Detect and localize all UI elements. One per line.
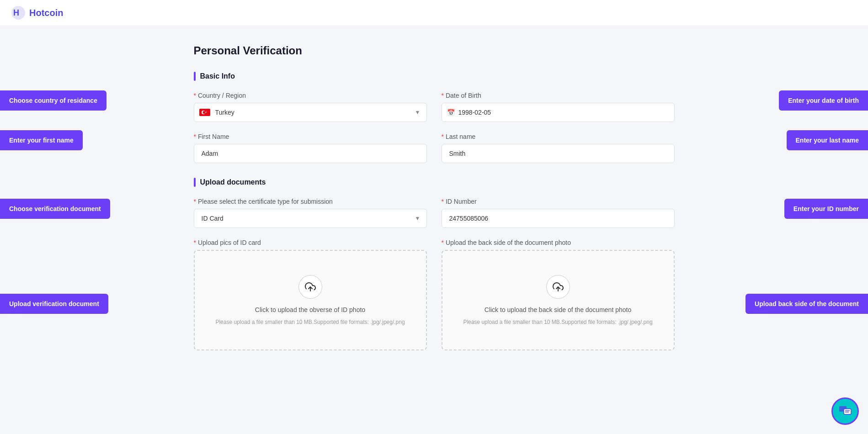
last-name-input[interactable]: [442, 144, 675, 163]
upload-back-tooltip: Upload back side of the document: [746, 294, 868, 314]
upload-back-main-text: Click to upload the back side of the doc…: [485, 306, 631, 313]
upload-row: *Upload pics of ID card Click to upload …: [194, 239, 675, 350]
first-name-input[interactable]: [194, 144, 427, 163]
country-label: *Country / Region: [194, 92, 427, 99]
upload-back-label: *Upload the back side of the document ph…: [442, 239, 675, 246]
basic-info-section-header: Basic Info: [194, 72, 675, 81]
main-content: Personal Verification Basic Info *Countr…: [183, 26, 686, 380]
upload-front-sub-text: Please upload a file smaller than 10 MB.…: [215, 319, 405, 325]
id-number-label: *ID Number: [442, 198, 675, 205]
country-select[interactable]: Turkey: [194, 103, 427, 122]
cert-id-row: *Please select the certificate type for …: [194, 198, 675, 228]
upload-doc-tooltip: Upload verification document: [0, 294, 108, 314]
section-bar: [194, 72, 196, 81]
upload-section-bar: [194, 178, 196, 187]
dob-group: *Date of Birth 📅: [442, 92, 675, 122]
app-header: H Hotcoin: [0, 0, 868, 26]
dob-input[interactable]: [442, 103, 675, 122]
id-number-group: *ID Number: [442, 198, 675, 228]
last-name-tooltip: Enter your last name: [787, 130, 868, 150]
country-select-wrapper: Turkey ▼: [194, 103, 427, 122]
upload-front-area[interactable]: Click to upload the obverse of ID photo …: [194, 250, 427, 350]
chat-support-button[interactable]: [831, 397, 859, 425]
country-group: *Country / Region Turkey ▼: [194, 92, 427, 122]
verify-doc-tooltip: Choose verification document: [0, 199, 110, 219]
name-row: *First Name *Last name: [194, 133, 675, 163]
upload-front-group: *Upload pics of ID card Click to upload …: [194, 239, 427, 350]
turkey-flag: [199, 109, 210, 116]
svg-point-4: [202, 111, 205, 114]
logo-text: Hotcoin: [29, 8, 63, 18]
upload-front-label: *Upload pics of ID card: [194, 239, 427, 246]
id-number-tooltip: Enter your ID number: [784, 199, 868, 219]
upload-back-icon: [546, 275, 570, 299]
first-name-tooltip: Enter your first name: [0, 130, 83, 150]
dob-tooltip: Enter your date of birth: [779, 90, 868, 111]
basic-info-title: Basic Info: [200, 72, 235, 80]
first-name-label: *First Name: [194, 133, 427, 140]
cert-type-select[interactable]: ID Card: [194, 209, 427, 228]
page-title: Personal Verification: [194, 44, 675, 57]
upload-back-sub-text: Please upload a file smaller than 10 MB.…: [463, 319, 652, 325]
svg-text:H: H: [13, 8, 19, 17]
hotcoin-logo-icon: H: [11, 5, 26, 20]
dob-wrapper: 📅: [442, 103, 675, 122]
svg-rect-10: [844, 409, 851, 414]
upload-docs-section-header: Upload documents: [194, 178, 675, 187]
cert-type-group: *Please select the certificate type for …: [194, 198, 427, 228]
upload-front-main-text: Click to upload the obverse of ID photo: [255, 306, 365, 313]
logo: H Hotcoin: [11, 5, 63, 20]
country-tooltip: Choose country of residance: [0, 90, 107, 111]
last-name-group: *Last name: [442, 133, 675, 163]
upload-back-group: *Upload the back side of the document ph…: [442, 239, 675, 350]
upload-docs-title: Upload documents: [200, 178, 266, 186]
upload-back-area[interactable]: Click to upload the back side of the doc…: [442, 250, 675, 350]
last-name-label: *Last name: [442, 133, 675, 140]
country-dob-row: *Country / Region Turkey ▼: [194, 92, 675, 122]
dob-label: *Date of Birth: [442, 92, 675, 99]
id-number-input[interactable]: [442, 209, 675, 228]
cert-type-label: *Please select the certificate type for …: [194, 198, 427, 205]
cert-type-select-wrapper: ID Card ▼: [194, 209, 427, 228]
calendar-icon: 📅: [447, 109, 455, 116]
first-name-group: *First Name: [194, 133, 427, 163]
upload-front-icon: [298, 275, 322, 299]
